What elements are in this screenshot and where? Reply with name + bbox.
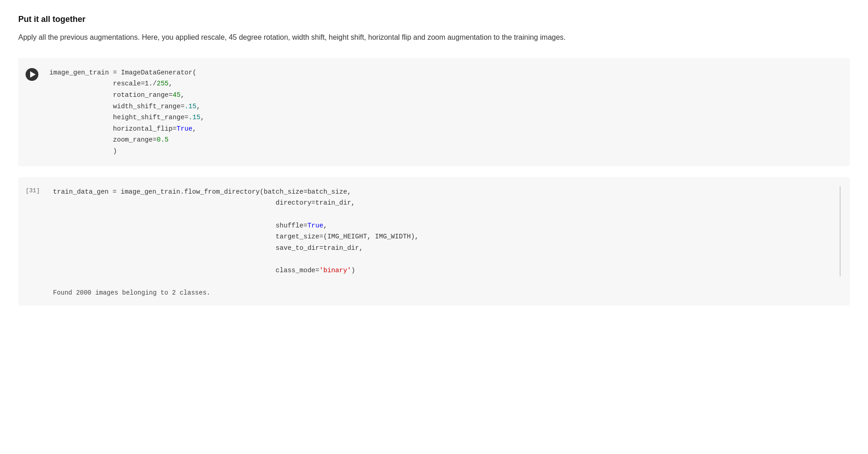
output-content-wrapper: train_data_gen = image_gen_train.flow_fr… <box>53 186 841 276</box>
cell-number: [31] <box>26 187 44 194</box>
code-block-1: image_gen_train = ImageDataGenerator( re… <box>49 67 204 157</box>
vertical-divider <box>840 186 841 276</box>
code-cell-1: image_gen_train = ImageDataGenerator( re… <box>18 58 850 166</box>
code-cell-2: [31] train_data_gen = image_gen_train.fl… <box>18 177 850 306</box>
run-button-1[interactable] <box>26 68 38 81</box>
code-block-2: train_data_gen = image_gen_train.flow_fr… <box>53 186 831 276</box>
code-content-area: train_data_gen = image_gen_train.flow_fr… <box>53 186 831 276</box>
section-title: Put it all together <box>18 15 850 24</box>
output-text: Found 2000 images belonging to 2 classes… <box>18 285 850 306</box>
description-text: Apply all the previous augmentations. He… <box>18 32 850 43</box>
page-container: Put it all together Apply all the previo… <box>0 0 868 331</box>
